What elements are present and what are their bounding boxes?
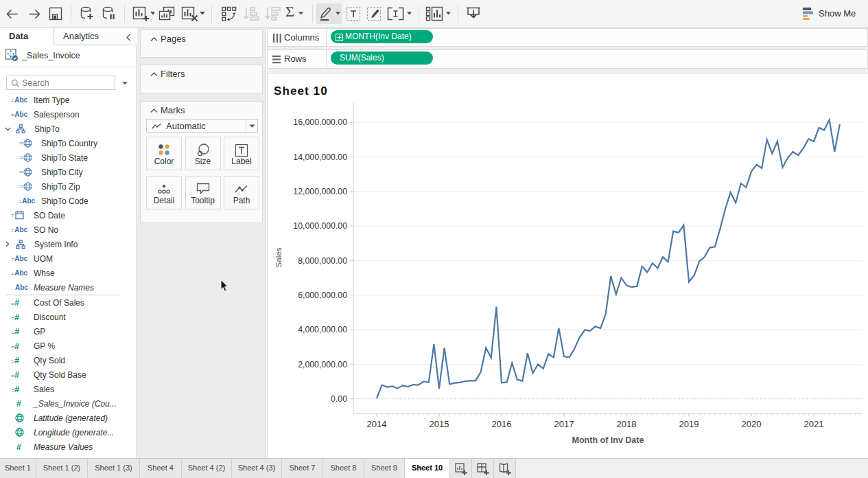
svg-text:Sales: Sales [274,247,283,267]
svg-text:2020: 2020 [742,419,762,429]
svg-text:0.00: 0.00 [331,394,347,404]
svg-text:16,000,000.00: 16,000,000.00 [293,117,347,127]
svg-text:8,000,000.00: 8,000,000.00 [298,256,347,266]
svg-text:2015: 2015 [430,419,449,429]
svg-text:14,000,000.00: 14,000,000.00 [293,152,347,162]
svg-text:2014: 2014 [367,419,387,429]
svg-text:6,000,000.00: 6,000,000.00 [298,291,347,300]
svg-text:2,000,000.00: 2,000,000.00 [298,360,347,369]
svg-text:12,000,000.00: 12,000,000.00 [293,187,347,196]
svg-text:4,000,000.00: 4,000,000.00 [298,325,347,334]
svg-text:10,000,000.00: 10,000,000.00 [293,221,347,231]
svg-text:2018: 2018 [617,419,637,429]
svg-text:2019: 2019 [679,419,699,429]
svg-text:2016: 2016 [492,419,512,429]
svg-text:Month of Inv Date: Month of Inv Date [572,435,644,445]
svg-text:2017: 2017 [554,419,574,429]
svg-text:2021: 2021 [804,419,824,429]
